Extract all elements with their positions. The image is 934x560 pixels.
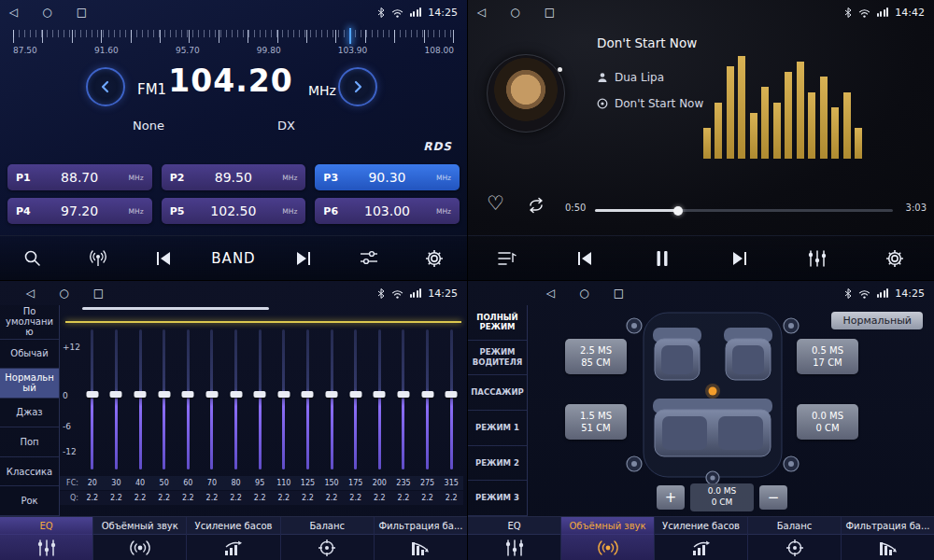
preset-p3[interactable]: P3 90.30 MHz (315, 164, 460, 190)
preset-p6[interactable]: P6 103.00 MHz (315, 198, 460, 224)
eq-band-slider[interactable] (248, 329, 272, 469)
tab-surround[interactable]: Объёмный звук (561, 517, 655, 560)
tab-filter[interactable]: Фильтрация ба... (842, 517, 934, 560)
slider-handle[interactable] (182, 391, 194, 398)
slider-handle[interactable] (158, 391, 170, 398)
tab-surround[interactable]: Объёмный звук (93, 517, 187, 560)
back-icon[interactable]: ◁ (546, 287, 555, 300)
eq-band-slider[interactable] (152, 329, 177, 469)
eq-preset-classic[interactable]: Классика (0, 457, 59, 487)
mode-2[interactable]: РЕЖИМ 2 (468, 446, 527, 482)
tab-filter[interactable]: Фильтрация ба... (375, 517, 467, 560)
slider-handle[interactable] (374, 391, 386, 398)
band-button[interactable]: BAND (207, 242, 259, 275)
recents-icon[interactable]: □ (77, 6, 87, 19)
tab-balance[interactable]: Баланс (281, 517, 375, 560)
tune-up-button[interactable] (338, 67, 377, 106)
slider-handle[interactable] (446, 391, 458, 398)
delay-rear-left[interactable]: 1.5 MS 51 CM (565, 404, 627, 440)
slider-handle[interactable] (205, 391, 218, 398)
slider-handle[interactable] (277, 391, 290, 398)
preset-p5[interactable]: P5 102.50 MHz (162, 198, 306, 224)
next-track-button[interactable] (718, 242, 761, 275)
slider-handle[interactable] (86, 391, 98, 398)
tab-bass-boost[interactable]: Усиление басов (187, 517, 280, 560)
eq-band-slider[interactable] (272, 329, 296, 469)
delay-front-right[interactable]: 0.5 MS 17 CM (797, 339, 858, 374)
eq-band-slider[interactable] (177, 329, 201, 469)
tab-bass-boost[interactable]: Усиление басов (655, 517, 748, 560)
eq-band-slider[interactable] (344, 329, 368, 469)
back-icon[interactable]: ◁ (26, 287, 35, 300)
delay-rear-right[interactable]: 0.0 MS 0 CM (797, 404, 858, 440)
repeat-button[interactable] (526, 197, 546, 217)
tune-down-button[interactable] (86, 67, 125, 106)
scan-button[interactable] (11, 242, 54, 275)
home-icon[interactable]: ○ (59, 287, 68, 300)
settings-button[interactable] (873, 242, 916, 275)
slider-handle[interactable] (134, 391, 147, 398)
preset-p2[interactable]: P2 89.50 MHz (162, 164, 306, 190)
slider-handle[interactable] (421, 391, 433, 398)
preset-p4[interactable]: P4 97.20 MHz (7, 198, 152, 224)
progress-bar[interactable] (595, 209, 893, 212)
next-station-button[interactable] (282, 242, 325, 275)
equalizer-button[interactable] (796, 242, 839, 275)
slider-handle[interactable] (326, 391, 338, 398)
tuner-settings-button[interactable] (347, 242, 390, 275)
pause-button[interactable] (641, 242, 684, 275)
eq-band-slider[interactable] (224, 329, 248, 469)
home-icon[interactable]: ○ (579, 287, 588, 300)
playlist-button[interactable] (486, 242, 529, 275)
preset-p1[interactable]: P1 88.70 MHz (7, 164, 152, 190)
broadcast-button[interactable] (77, 242, 120, 275)
eq-preset-normal[interactable]: Нормальный (0, 369, 59, 399)
eq-band-slider[interactable] (80, 329, 105, 469)
eq-band-slider[interactable] (105, 329, 129, 469)
eq-band-slider[interactable] (368, 329, 392, 469)
mode-driver[interactable]: РЕЖИМ ВОДИТЕЛЯ (468, 341, 527, 376)
tab-eq[interactable]: EQ (0, 517, 93, 560)
recents-icon[interactable]: □ (614, 287, 624, 300)
eq-preset-jazz[interactable]: Джаз (0, 399, 59, 428)
eq-preset-custom[interactable]: Обычай (0, 340, 59, 370)
slider-handle[interactable] (349, 391, 361, 398)
eq-preset-pop[interactable]: Поп (0, 427, 59, 457)
slider-handle[interactable] (302, 391, 314, 398)
eq-band-slider[interactable] (200, 329, 224, 469)
tab-balance[interactable]: Баланс (748, 517, 842, 560)
progress-knob[interactable] (673, 206, 683, 216)
eq-band-slider[interactable] (416, 329, 440, 469)
recents-icon[interactable]: □ (545, 6, 555, 19)
eq-band-slider[interactable] (439, 329, 463, 469)
sound-profile-button[interactable]: Нормальный (831, 312, 923, 329)
slider-handle[interactable] (397, 391, 409, 398)
favorite-button[interactable]: ♡ (487, 192, 504, 215)
back-icon[interactable]: ◁ (9, 6, 18, 19)
slider-handle[interactable] (230, 391, 242, 398)
mode-3[interactable]: РЕЖИМ 3 (468, 481, 527, 516)
mode-1[interactable]: РЕЖИМ 1 (468, 411, 527, 446)
previous-track-button[interactable] (563, 242, 606, 275)
eq-band-slider[interactable] (319, 329, 344, 469)
back-icon[interactable]: ◁ (477, 6, 486, 19)
slider-handle[interactable] (110, 391, 122, 398)
mode-full[interactable]: ПОЛНЫЙ РЕЖИМ (468, 305, 527, 341)
eq-band-slider[interactable] (391, 329, 416, 469)
home-icon[interactable]: ○ (510, 6, 519, 19)
tab-eq[interactable]: EQ (468, 517, 561, 560)
delay-front-left[interactable]: 2.5 MS 85 CM (565, 339, 627, 374)
eq-band-slider[interactable] (128, 329, 152, 469)
settings-button[interactable] (413, 242, 456, 275)
delay-decrease-button[interactable]: − (759, 485, 787, 510)
prev-station-button[interactable] (142, 242, 185, 275)
slider-handle[interactable] (254, 391, 266, 398)
delay-increase-button[interactable]: + (657, 485, 685, 510)
recents-icon[interactable]: □ (93, 287, 104, 300)
eq-band-slider[interactable] (296, 329, 320, 469)
home-icon[interactable]: ○ (42, 6, 51, 19)
eq-scroll-indicator[interactable] (82, 307, 269, 310)
mode-passenger[interactable]: ПАССАЖИР (468, 375, 527, 411)
eq-preset-rock[interactable]: Рок (0, 486, 59, 516)
eq-preset-default[interactable]: По умолчанию (0, 305, 59, 340)
